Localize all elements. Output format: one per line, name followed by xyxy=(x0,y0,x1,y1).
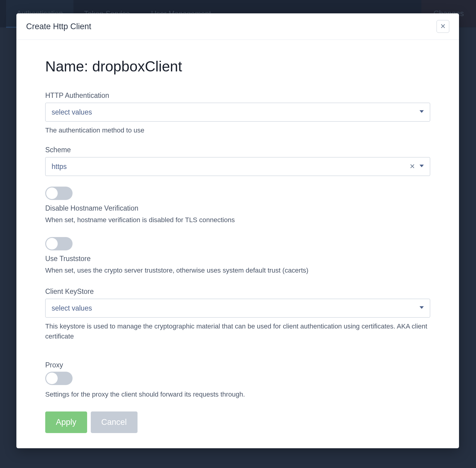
http-auth-value: select values xyxy=(52,108,92,116)
client-name-heading: Name: dropboxClient xyxy=(45,58,430,75)
http-auth-help: The authentication method to use xyxy=(45,125,430,135)
use-truststore-toggle[interactable] xyxy=(45,237,73,250)
scheme-select[interactable]: https ✕ xyxy=(45,157,430,176)
select-icons xyxy=(420,305,424,311)
disable-hostname-label: Disable Hostname Verification xyxy=(45,204,430,212)
select-icons xyxy=(420,109,424,115)
client-keystore-help: This keystore is used to manage the cryp… xyxy=(45,321,430,341)
scheme-label: Scheme xyxy=(45,146,430,154)
toggle-knob xyxy=(46,188,58,199)
modal-title: Create Http Client xyxy=(26,22,91,31)
proxy-help: Settings for the proxy the client should… xyxy=(45,389,430,399)
use-truststore-group: Use Truststore When set, uses the crypto… xyxy=(45,237,430,275)
create-http-client-modal: Create Http Client ✕ Name: dropboxClient… xyxy=(16,13,459,448)
http-auth-group: HTTP Authentication select values The au… xyxy=(45,91,430,135)
select-icons: ✕ xyxy=(410,163,424,170)
caret-down-icon xyxy=(420,305,424,311)
close-button[interactable]: ✕ xyxy=(437,20,449,33)
toggle-knob xyxy=(46,238,58,249)
proxy-group: Proxy Settings for the proxy the client … xyxy=(45,361,430,399)
use-truststore-label: Use Truststore xyxy=(45,255,430,263)
clear-icon[interactable]: ✕ xyxy=(410,163,415,170)
disable-hostname-group: Disable Hostname Verification When set, … xyxy=(45,187,430,225)
client-keystore-label: Client KeyStore xyxy=(45,287,430,296)
use-truststore-help: When set, uses the crypto server trustst… xyxy=(45,265,430,275)
modal-body: Name: dropboxClient HTTP Authentication … xyxy=(16,40,459,448)
cancel-button[interactable]: Cancel xyxy=(91,411,138,433)
disable-hostname-help: When set, hostname verification is disab… xyxy=(45,215,430,225)
proxy-toggle[interactable] xyxy=(45,372,73,385)
caret-down-icon xyxy=(420,164,424,169)
toggle-knob xyxy=(46,373,58,384)
button-row: Apply Cancel xyxy=(45,411,430,433)
http-auth-label: HTTP Authentication xyxy=(45,91,430,100)
proxy-label: Proxy xyxy=(45,361,430,369)
close-icon: ✕ xyxy=(440,22,446,30)
client-keystore-value: select values xyxy=(52,304,92,312)
disable-hostname-toggle[interactable] xyxy=(45,187,73,200)
caret-down-icon xyxy=(420,109,424,115)
scheme-group: Scheme https ✕ xyxy=(45,146,430,176)
http-auth-select[interactable]: select values xyxy=(45,103,430,122)
client-keystore-select[interactable]: select values xyxy=(45,299,430,318)
apply-button[interactable]: Apply xyxy=(45,411,87,433)
client-keystore-group: Client KeyStore select values This keyst… xyxy=(45,287,430,341)
modal-header: Create Http Client ✕ xyxy=(16,13,459,40)
scheme-value: https xyxy=(52,163,67,171)
